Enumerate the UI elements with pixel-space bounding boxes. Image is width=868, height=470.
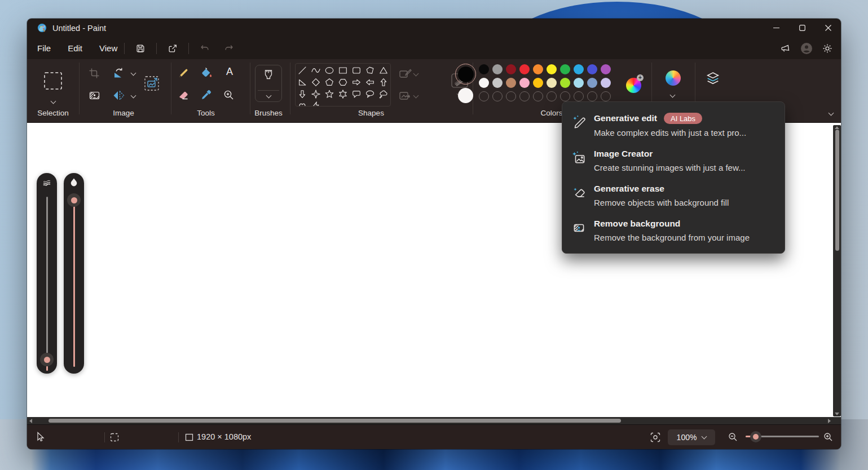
palette-color-r1-4[interactable] (533, 64, 543, 74)
settings-icon[interactable] (822, 43, 833, 54)
scroll-right-arrow[interactable] (828, 419, 831, 423)
copilot-button[interactable] (666, 70, 681, 86)
rotate-dropdown-chevron[interactable] (131, 70, 136, 76)
zoom-out-icon[interactable] (728, 432, 738, 442)
horizontal-scrollbar[interactable] (27, 417, 841, 424)
selection-tool-button[interactable] (43, 72, 63, 90)
shape-heart-icon[interactable] (297, 100, 308, 107)
account-icon[interactable] (800, 42, 813, 55)
scroll-left-arrow[interactable] (29, 419, 32, 423)
shape-callout-oval-icon[interactable] (364, 88, 376, 100)
palette-empty-slot-7[interactable] (574, 91, 584, 101)
menu-item-view[interactable]: View (99, 43, 117, 53)
crop-icon[interactable] (89, 68, 100, 79)
fit-to-screen-icon[interactable] (650, 432, 660, 442)
menu-item-edit[interactable]: Edit (68, 43, 82, 53)
palette-color-r1-2[interactable] (506, 64, 516, 74)
palette-empty-slot-0[interactable] (479, 91, 489, 101)
palette-color-r1-5[interactable] (547, 64, 557, 74)
opacity-slider[interactable] (64, 173, 84, 374)
palette-color-r2-8[interactable] (587, 78, 597, 88)
ai-menu-item-remove-background[interactable]: Remove backgroundRemove the background f… (562, 213, 785, 248)
palette-color-r1-0[interactable] (479, 64, 489, 74)
close-button[interactable] (815, 19, 841, 37)
palette-color-r1-8[interactable] (587, 64, 597, 74)
resize-icon[interactable] (144, 76, 160, 91)
pencil-icon[interactable] (178, 67, 190, 79)
palette-color-r2-6[interactable] (560, 78, 570, 88)
shape-callout-cloud-icon[interactable] (378, 88, 389, 100)
palette-empty-slot-9[interactable] (601, 91, 611, 101)
shape-star-4-icon[interactable] (310, 88, 321, 100)
shape-arrow-right-icon[interactable] (351, 77, 362, 88)
palette-empty-slot-4[interactable] (533, 91, 543, 101)
share-button[interactable] (165, 41, 180, 56)
collapse-ribbon-chevron[interactable] (829, 110, 834, 116)
scroll-up-arrow[interactable] (835, 126, 839, 129)
shape-outline-icon[interactable] (399, 68, 412, 79)
color-picker-icon[interactable] (200, 89, 212, 101)
maximize-button[interactable] (789, 19, 815, 37)
menu-item-file[interactable]: File (37, 43, 51, 53)
undo-button[interactable] (197, 41, 212, 56)
palette-color-r2-5[interactable] (547, 78, 557, 88)
palette-color-r2-2[interactable] (506, 78, 516, 88)
shape-star-6-icon[interactable] (337, 88, 349, 100)
save-button[interactable] (133, 41, 148, 56)
palette-color-r1-6[interactable] (560, 64, 570, 74)
shape-hexagon-icon[interactable] (337, 77, 349, 88)
ai-menu-item-generative-erase[interactable]: Generative eraseRemove objects with back… (562, 178, 785, 213)
foreground-color-swatch[interactable] (455, 64, 476, 85)
palette-empty-slot-5[interactable] (547, 91, 557, 101)
shape-callout-rounded-icon[interactable] (351, 88, 362, 100)
eraser-icon[interactable] (178, 89, 190, 101)
vertical-scrollbar[interactable] (833, 125, 841, 416)
palette-color-r2-9[interactable] (601, 78, 611, 88)
ai-menu-item-image-creator[interactable]: Image CreatorCreate stunning images with… (562, 143, 785, 178)
background-color-swatch[interactable] (458, 88, 473, 103)
palette-color-r2-7[interactable] (574, 78, 584, 88)
palette-color-r1-3[interactable] (519, 64, 530, 74)
feedback-icon[interactable] (780, 43, 791, 54)
redo-button[interactable] (222, 41, 236, 56)
palette-empty-slot-8[interactable] (587, 91, 597, 101)
scroll-down-arrow[interactable] (835, 413, 839, 415)
palette-color-r1-7[interactable] (574, 64, 584, 74)
flip-icon[interactable] (112, 90, 125, 101)
palette-empty-slot-2[interactable] (506, 91, 516, 101)
palette-empty-slot-3[interactable] (519, 91, 530, 101)
shape-arrow-left-icon[interactable] (364, 77, 376, 88)
palette-color-r2-3[interactable] (519, 78, 530, 88)
shape-rounded-rectangle-icon[interactable] (351, 65, 362, 76)
magnifier-icon[interactable] (223, 89, 235, 101)
shape-right-triangle-icon[interactable] (297, 77, 308, 88)
shape-fill-icon[interactable] (399, 90, 412, 101)
copilot-dropdown-chevron[interactable] (670, 92, 676, 98)
minimize-button[interactable] (763, 19, 789, 37)
layers-button[interactable] (705, 70, 721, 86)
flip-dropdown-chevron[interactable] (131, 93, 136, 99)
ai-menu-item-generative-edit[interactable]: Generative editAI LabsMake complex edits… (562, 107, 785, 143)
shape-arrow-up-icon[interactable] (378, 77, 389, 88)
palette-color-r2-1[interactable] (492, 78, 503, 88)
horizontal-scrollbar-thumb[interactable] (49, 419, 621, 423)
shape-outline-chevron[interactable] (413, 71, 419, 77)
shape-star-5-icon[interactable] (324, 88, 335, 100)
zoom-in-icon[interactable] (823, 432, 833, 442)
zoom-level-dropdown[interactable]: 100% (668, 429, 715, 445)
shape-rectangle-icon[interactable] (337, 65, 349, 76)
palette-color-r2-0[interactable] (479, 78, 489, 88)
shape-arrow-down-icon[interactable] (297, 88, 308, 100)
shape-curve-icon[interactable] (310, 65, 321, 76)
shape-oval-icon[interactable] (324, 65, 335, 76)
shape-lightning-icon[interactable] (310, 100, 321, 107)
shape-triangle-icon[interactable] (378, 65, 389, 76)
palette-color-r2-4[interactable] (533, 78, 543, 88)
text-tool-icon[interactable]: A (224, 66, 235, 78)
shape-polygon-icon[interactable] (364, 65, 376, 76)
fill-icon[interactable] (200, 67, 213, 79)
palette-color-r1-1[interactable] (492, 64, 503, 74)
remove-background-ribbon-icon[interactable] (89, 90, 100, 101)
shape-fill-chevron[interactable] (413, 93, 419, 99)
selection-dropdown-chevron[interactable] (51, 99, 56, 104)
